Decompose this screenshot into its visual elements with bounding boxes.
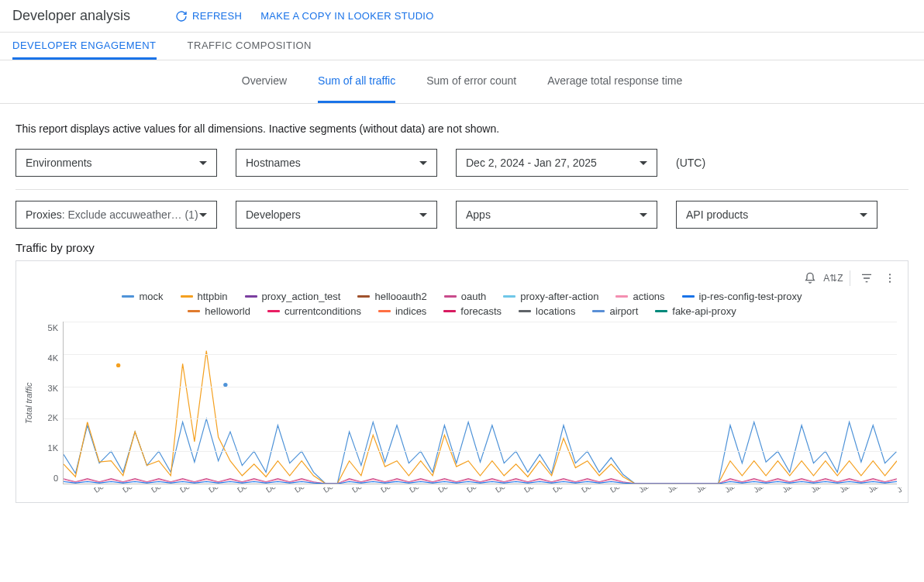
x-tick: Dec 27, 2024, 8AM <box>551 487 580 494</box>
legend-item-httpbin[interactable]: httpbin <box>181 291 228 302</box>
legend-item-indices[interactable]: indices <box>378 305 426 317</box>
refresh-button[interactable]: REFRESH <box>175 10 242 22</box>
legend-item-proxy_action_test[interactable]: proxy_action_test <box>245 291 341 302</box>
tab-developer-engagement[interactable]: DEVELOPER ENGAGEMENT <box>12 33 157 60</box>
report-description: This report displays active values for a… <box>16 122 908 135</box>
x-tick: Dec 19, 2024, 10AM <box>408 487 436 494</box>
y-tick: 4K <box>48 353 58 363</box>
x-tick: Dec 3, 2024, 2PM <box>121 487 150 494</box>
x-tick: Jan 2, 2025, 4PM <box>666 487 695 494</box>
legend-swatch <box>181 295 193 298</box>
y-tick: 5K <box>48 323 58 332</box>
legend-item-hellooauth2[interactable]: hellooauth2 <box>357 291 426 302</box>
legend-swatch <box>188 310 200 312</box>
bell-icon[interactable] <box>803 271 817 285</box>
y-axis-label: Total traffic <box>22 322 35 484</box>
x-tick: Jan 1, 2025, 2AM <box>637 487 666 494</box>
legend-swatch <box>245 295 257 298</box>
x-tick: Dec 16, 2024, 6AM <box>350 487 379 494</box>
legend-swatch <box>519 310 531 312</box>
more-vert-icon[interactable] <box>883 271 897 285</box>
developers-dropdown[interactable]: Developers <box>236 201 437 229</box>
sort-az-icon[interactable]: A⇅Z <box>826 271 840 285</box>
legend-swatch <box>503 295 515 298</box>
x-tick: Dec 5, 2024, 4AM <box>150 487 178 494</box>
y-tick: 0 <box>53 474 58 483</box>
legend-item-actions[interactable]: actions <box>615 291 664 302</box>
tab-traffic-composition[interactable]: TRAFFIC COMPOSITION <box>188 33 312 60</box>
legend-swatch <box>267 310 280 312</box>
x-tick: Dec 21, 2024, 12AM <box>436 487 465 494</box>
environments-dropdown[interactable]: Environments <box>16 149 217 177</box>
hostnames-dropdown[interactable]: Hostnames <box>236 149 437 177</box>
chart-section-title: Traffic by proxy <box>16 241 908 254</box>
x-tick: Jan 7, 2025, 10AM <box>752 487 781 494</box>
make-copy-looker-button[interactable]: MAKE A COPY IN LOOKER STUDIO <box>260 10 433 22</box>
daterange-dropdown[interactable]: Dec 2, 2024 - Jan 27, 2025 <box>456 149 657 177</box>
x-tick: Dec 2, 2024, 12AM <box>92 487 121 494</box>
x-tick: Dec 24, 2024, 4AM <box>494 487 522 494</box>
legend-item-mock[interactable]: mock <box>122 291 163 302</box>
legend-swatch <box>378 310 391 312</box>
legend-item-helloworld[interactable]: helloworld <box>188 305 250 317</box>
legend-swatch <box>592 310 605 312</box>
legend-swatch <box>357 295 370 298</box>
utc-label: (UTC) <box>676 157 705 169</box>
x-tick: Dec 8, 2024, 8AM <box>207 487 236 494</box>
legend-item-proxy-after-action[interactable]: proxy-after-action <box>503 291 598 302</box>
x-tick: Jan 4, 2025, 6AM <box>695 487 723 494</box>
chevron-down-icon <box>860 213 867 217</box>
subtab-average-total-response-time[interactable]: Average total response time <box>547 60 682 103</box>
legend-swatch <box>615 295 628 298</box>
x-tick: Dec 13, 2024, 2AM <box>293 487 322 494</box>
subtab-overview[interactable]: Overview <box>242 60 287 103</box>
y-tick: 3K <box>48 384 58 393</box>
outlier-point <box>116 363 120 367</box>
x-tick: Dec 11, 2024, 12PM <box>264 487 293 494</box>
chevron-down-icon <box>640 213 647 217</box>
x-tick: Dec 9, 2024, 10PM <box>236 487 264 494</box>
subtab-sum-of-error-count[interactable]: Sum of error count <box>426 60 516 103</box>
x-tick: Dec 17, 2024, 8PM <box>379 487 408 494</box>
legend-swatch <box>443 310 456 312</box>
y-tick: 1K <box>48 443 58 453</box>
proxies-dropdown[interactable]: Proxies: Exclude accuweather… (1) <box>16 201 217 229</box>
x-tick: Dec 6, 2024, 6PM <box>178 487 207 494</box>
legend-swatch <box>122 295 134 298</box>
x-tick: Jan 13, 2025, 6PM <box>867 487 895 494</box>
svg-point-1 <box>889 277 891 279</box>
filter-icon[interactable] <box>860 271 874 285</box>
x-tick: Dec 22, 2024, 2PM <box>465 487 494 494</box>
svg-point-2 <box>889 281 891 283</box>
page-title: Developer analysis <box>12 8 167 24</box>
legend-item-fake-api-proxy[interactable]: fake-api-proxy <box>655 305 736 317</box>
legend-item-oauth[interactable]: oauth <box>444 291 487 302</box>
y-tick: 2K <box>48 413 58 422</box>
api-products-dropdown[interactable]: API products <box>676 201 877 229</box>
legend-swatch <box>655 310 667 312</box>
x-tick: Dec 30, 2024, 12PM <box>609 487 637 494</box>
x-tick: Dec 25, 2024, 6PM <box>522 487 551 494</box>
refresh-icon <box>175 10 188 22</box>
legend-item-currentconditions[interactable]: currentconditions <box>267 305 361 317</box>
x-tick: Dec 14, 2024, 4PM <box>322 487 350 494</box>
chevron-down-icon <box>199 161 207 165</box>
subtab-sum-of-all-traffic[interactable]: Sum of all traffic <box>318 60 395 103</box>
legend-item-forecasts[interactable]: forecasts <box>443 305 502 317</box>
traffic-by-proxy-chart: A⇅Z mockhttpbinproxy_action_testhellooau… <box>16 260 908 503</box>
x-tick: Jan 5, 2025, 8PM <box>723 487 752 494</box>
x-tick: Jan 15, 2025, 8AM <box>895 487 902 494</box>
chevron-down-icon <box>640 161 647 165</box>
x-tick: Dec 28, 2024, 10PM <box>580 487 609 494</box>
legend-swatch <box>444 295 457 298</box>
apps-dropdown[interactable]: Apps <box>456 201 657 229</box>
legend-item-ip-res-config-test-proxy[interactable]: ip-res-config-test-proxy <box>682 291 802 302</box>
legend-item-airport[interactable]: airport <box>592 305 638 317</box>
legend-swatch <box>682 295 695 298</box>
chevron-down-icon <box>419 213 427 217</box>
legend-item-locations[interactable]: locations <box>519 305 575 317</box>
chart-plot[interactable] <box>64 322 897 484</box>
x-tick: Jan 12, 2025, 4AM <box>838 487 867 494</box>
series-httpbin[interactable] <box>64 351 897 484</box>
chevron-down-icon <box>199 213 207 217</box>
